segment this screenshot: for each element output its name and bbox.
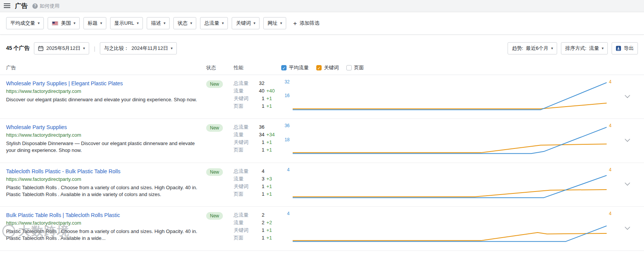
filter-dropdown[interactable]: 平均成交量 ▾ [6,17,44,29]
chevron-down-icon: ▾ [222,21,224,25]
metric-delta: +34 [266,131,279,139]
sort-dropdown[interactable]: 排序方式: 流量 ▾ [561,42,608,54]
ad-display-url: https://www.factorydirectparty.com [6,131,206,139]
metric-delta: +3 [266,175,279,183]
export-button[interactable]: 导出 [612,42,638,54]
filter-dropdown[interactable]: 显示URL ▾ [110,17,143,29]
metric-delta: +1 [266,146,279,154]
ads-list: Wholesale Party Supplies | Elegant Plast… [0,75,644,251]
filter-dropdown[interactable]: 状态 ▾ [173,17,196,29]
filter-dropdown[interactable]: 网址 ▾ [263,17,286,29]
metric-value: 3 [256,175,264,183]
metric-delta: +1 [266,95,279,102]
trend-dropdown[interactable]: 趋势: 最近6个月 ▾ [508,42,557,54]
metric-label: 关键词 [234,227,248,234]
trend-chart [293,211,607,243]
trend-label: 趋势: [512,45,523,52]
filter-dropdown[interactable]: 关键词 ▾ [232,17,260,29]
chart-left-axis: 3618 [281,123,293,155]
trend-value: 最近6个月 [526,45,548,52]
series-toggle[interactable]: 页面 [346,64,364,71]
divider: | [94,45,95,52]
metric-line: 总流量4 [234,168,279,175]
series-toggles: ✓ 平均流量 ✓ 关键词 页面 [281,64,617,71]
metric-label: 页面 [234,102,244,110]
ad-display-url: https://www.factorydirectparty.com [6,176,206,183]
export-label: 导出 [624,45,634,52]
filter-dropdown[interactable]: 标题 ▾ [83,17,106,29]
metric-label: 关键词 [234,95,248,102]
table-header: 广告 状态 性能 ✓ 平均流量 ✓ 关键词 页面 [0,61,644,75]
chevron-down-icon: ▾ [83,46,85,50]
filter-label: 标题 [88,20,98,27]
expand-row-button[interactable] [617,79,638,114]
metric-line: 页面1+1 [234,146,279,154]
metric-line: 页面1+1 [234,234,279,242]
metric-label: 流量 [234,87,244,95]
status-badge: New [206,124,223,132]
ad-display-url: https://www.factorydirectparty.com [6,219,206,227]
checkbox-icon: ✓ [281,65,287,70]
compare-date-picker[interactable]: 与之比较： 2024年11月12日 ▾ [100,42,177,54]
column-ad: 广告 [6,64,206,71]
ad-title-link[interactable]: Bulk Plastic Table Rolls | Tablecloth Ro… [6,211,120,219]
series-toggle[interactable]: ✓ 关键词 [316,64,339,71]
status-cell: New [206,79,234,114]
metric-label: 关键词 [234,139,248,146]
metric-value: 1 [256,190,264,198]
filter-list: 平均成交量 ▾ 美国 ▾ 标题 ▾ 显示URL ▾ 描述 [6,17,286,29]
chart-left-axis: 4 [281,211,293,243]
metric-delta: +1 [266,227,279,234]
help-link[interactable]: ? 如何使用 [32,3,59,10]
metric-delta: +1 [266,139,279,146]
chevron-down-icon: ▾ [551,46,553,50]
ad-title-link[interactable]: Wholesale Party Supplies | Elegant Plast… [6,80,123,87]
series-toggle[interactable]: ✓ 平均流量 [281,64,309,71]
metric-value: 36 [256,123,264,131]
chart-right-axis: 4 [607,80,617,111]
ad-description: Stylish Disposable Dinnerware — Discover… [6,140,201,154]
expand-row-button[interactable] [617,211,638,246]
metric-label: 流量 [234,219,244,227]
metric-line: 总流量2 [234,211,279,219]
filter-dropdown[interactable]: 描述 ▾ [147,17,170,29]
metric-line: 流量40+40 [234,87,279,95]
ad-title-link[interactable]: Tablecloth Rolls Plastic - Bulk Plastic … [6,168,120,175]
ad-display-url: https://www.factorydirectparty.com [6,88,206,95]
trend-chart [293,168,607,199]
toolbar-right: 趋势: 最近6个月 ▾ 排序方式: 流量 ▾ 导出 [508,42,638,54]
performance-metrics: 总流量2流量2+2关键词1+1页面1+1 [234,211,281,246]
filter-dropdown[interactable]: 美国 ▾ [48,17,80,29]
status-cell: New [206,211,234,246]
status-badge: New [206,168,223,176]
ad-title-link[interactable]: Wholesale Party Supplies [6,123,67,131]
trend-chart [293,123,607,155]
performance-metrics: 总流量4流量3+3关键词1+1页面1+1 [234,167,281,202]
menu-icon[interactable] [4,3,10,8]
metric-line: 总流量36 [234,123,279,131]
column-performance: 性能 [234,64,281,71]
filter-label: 美国 [61,20,71,27]
checkbox-icon [346,65,352,70]
export-icon [616,46,621,51]
metric-label: 总流量 [234,168,248,175]
expand-row-button[interactable] [617,167,638,202]
trend-chart-cell: 3618 4 [281,123,617,158]
metric-line: 页面1+1 [234,102,279,110]
filter-label: 状态 [178,20,187,27]
metric-line: 关键词1+1 [234,139,279,146]
status-badge: New [206,80,223,88]
filter-dropdown[interactable]: 总流量 ▾ [200,17,228,29]
chevron-down-icon: ▾ [100,21,102,25]
metric-label: 页面 [234,146,244,154]
metric-label: 页面 [234,190,244,198]
chevron-down-icon [625,139,630,142]
add-filter-button[interactable]: + 添加筛选 [293,20,319,27]
plus-icon: + [293,20,297,27]
expand-row-button[interactable] [617,123,638,158]
date-picker[interactable]: 2025年5月12日 ▾ [34,42,89,54]
metric-value: 34 [256,131,264,139]
filter-label: 关键词 [236,20,251,27]
compare-label: 与之比较： [104,45,129,52]
metric-value: 4 [256,168,264,175]
